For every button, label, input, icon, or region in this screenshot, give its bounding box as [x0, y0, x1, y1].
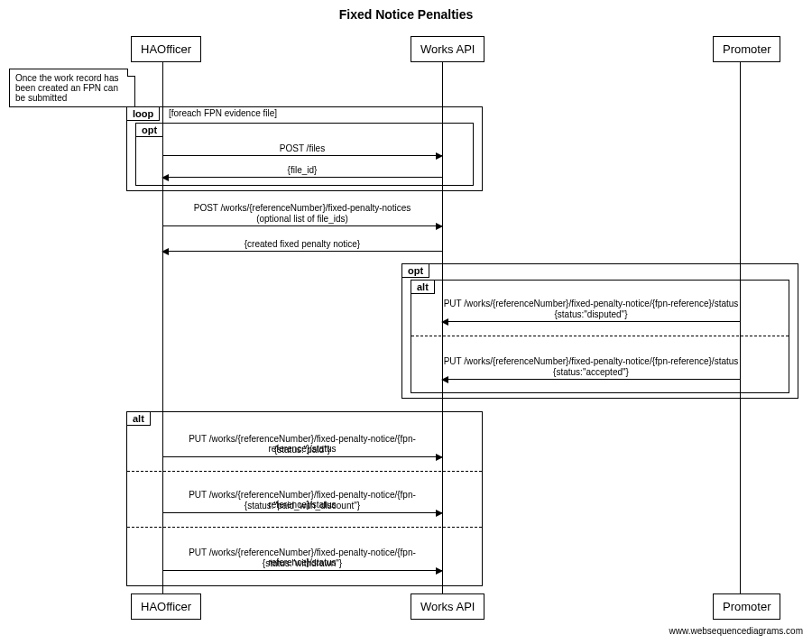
note-fpn: Once the work record has been created an…	[9, 69, 135, 107]
message-post-fpn: POST /works/{referenceNumber}/fixed-pena…	[162, 225, 442, 226]
separator-ha-alt-2	[127, 527, 482, 528]
actor-haofficer-bottom: HAOfficer	[131, 593, 201, 620]
message-put-withdrawn: PUT /works/{referenceNumber}/fixed-penal…	[162, 570, 442, 571]
message-post-files-label: POST /files	[162, 143, 442, 153]
fragment-alt-ha-label: alt	[127, 412, 151, 426]
actor-worksapi-bottom: Works API	[411, 593, 484, 620]
message-put-accepted-label: PUT /works/{referenceNumber}/fixed-penal…	[442, 356, 740, 366]
separator-ha-alt-1	[127, 471, 482, 472]
fragment-opt-files-label: opt	[136, 124, 163, 137]
message-put-withdrawn-label2: {status:"withdrawn"}	[162, 558, 442, 568]
message-put-paid-discount-label2: {status:"paid_with_discount"}	[162, 501, 442, 511]
message-put-paid: PUT /works/{referenceNumber}/fixed-penal…	[162, 456, 442, 457]
actor-promoter-top: Promoter	[713, 36, 780, 62]
message-file-id-label: {file_id}	[162, 165, 442, 175]
message-file-id: {file_id}	[162, 177, 442, 178]
fragment-opt-promoter-label: opt	[402, 264, 429, 278]
fragment-alt-promoter-label: alt	[411, 281, 435, 294]
actor-haofficer-top: HAOfficer	[131, 36, 201, 62]
actor-promoter-bottom: Promoter	[713, 593, 780, 620]
message-post-files: POST /files	[162, 155, 442, 156]
separator-promoter-alt	[411, 336, 789, 336]
footer-credit: www.websequencediagrams.com	[669, 626, 803, 636]
fragment-loop-condition: [foreach FPN evidence file]	[169, 108, 277, 118]
actor-worksapi-top: Works API	[411, 36, 484, 62]
message-put-accepted: PUT /works/{referenceNumber}/fixed-penal…	[442, 379, 740, 380]
message-put-paid-label2: {status:"paid"}	[162, 445, 442, 455]
message-put-disputed-label: PUT /works/{referenceNumber}/fixed-penal…	[442, 299, 740, 308]
message-post-fpn-label: POST /works/{referenceNumber}/fixed-pena…	[162, 203, 442, 213]
message-created-fpn: {created fixed penalty notice}	[162, 251, 442, 252]
fragment-loop-label: loop	[127, 107, 160, 121]
message-put-paid-discount: PUT /works/{referenceNumber}/fixed-penal…	[162, 512, 442, 513]
message-created-fpn-label: {created fixed penalty notice}	[162, 239, 442, 249]
diagram-title: Fixed Notice Penalties	[0, 7, 812, 22]
message-put-disputed: PUT /works/{referenceNumber}/fixed-penal…	[442, 321, 740, 322]
message-put-disputed-label2: {status:"disputed"}	[442, 309, 740, 319]
message-put-accepted-label2: {status:"accepted"}	[442, 367, 740, 377]
message-post-fpn-label2: (optional list of file_ids)	[162, 214, 442, 224]
